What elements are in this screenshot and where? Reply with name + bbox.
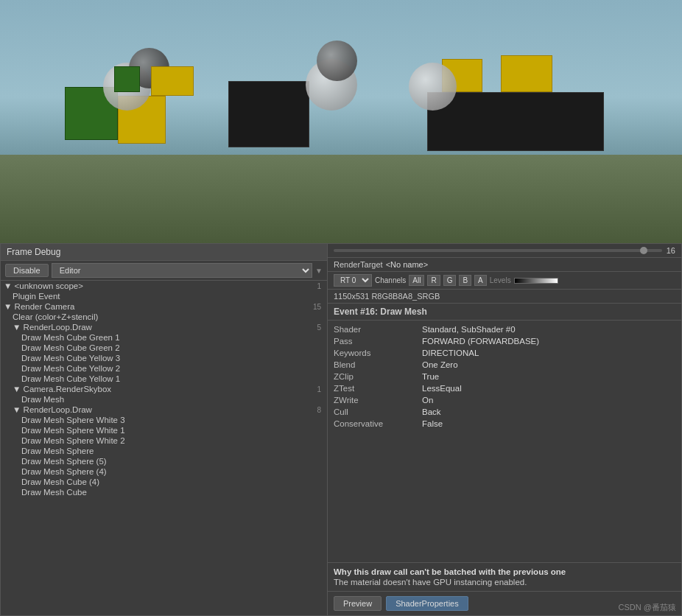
tree-panel[interactable]: ▼ <unknown scope>1 Plugin Event▼ Render …	[1, 281, 327, 615]
prop-key: Shader	[334, 325, 422, 334]
tree-label-draw-cube-green-1: Draw Mesh Cube Green 1	[21, 333, 120, 342]
tree-count-renderloop-draw-2: 8	[317, 406, 324, 414]
prop-key: Conservative	[334, 419, 422, 428]
tree-row-draw-cube-yellow-2[interactable]: Draw Mesh Cube Yellow 2	[1, 363, 327, 374]
prop-val: True	[422, 372, 439, 381]
tree-row-clear[interactable]: Clear (color+Z+stencil)	[1, 312, 327, 322]
cube-green-small	[114, 66, 140, 92]
levels-bar	[514, 278, 558, 284]
event-title-text: Event #16: Draw Mesh	[334, 307, 427, 317]
prop-val: Back	[422, 407, 441, 416]
prop-row-shader: ShaderStandard, SubShader #0	[328, 323, 681, 335]
prop-row-zwrite: ZWriteOn	[328, 394, 681, 406]
tree-label-plugin-event: Plugin Event	[13, 292, 60, 301]
tree-row-draw-mesh-skybox[interactable]: Draw Mesh	[1, 394, 327, 405]
slider-value: 16	[667, 246, 675, 255]
tree-label-draw-cube-4: Draw Mesh Cube (4)	[21, 477, 99, 486]
prop-row-pass: PassFORWARD (FORWARDBASE)	[328, 335, 681, 347]
tree-row-draw-cube-green-1[interactable]: Draw Mesh Cube Green 1	[1, 332, 327, 343]
tree-row-draw-cube-4[interactable]: Draw Mesh Cube (4)	[1, 477, 327, 487]
tree-count-render-camera: 15	[313, 303, 324, 311]
tree-row-renderloop-draw-1[interactable]: ▼ RenderLoop.Draw5	[1, 322, 327, 332]
tree-row-plugin-event[interactable]: Plugin Event	[1, 291, 327, 301]
tree-label-draw-sphere-white-3: Draw Mesh Sphere White 3	[21, 416, 125, 424]
tree-label-draw-mesh-skybox: Draw Mesh	[21, 395, 64, 404]
prop-row-cull: CullBack	[328, 406, 681, 418]
prop-val: DIRECTIONAL	[422, 349, 479, 357]
frame-slider[interactable]	[334, 249, 662, 252]
viewport-3d	[0, 0, 682, 243]
cube-black-center	[228, 81, 309, 147]
channel-r-btn[interactable]: R	[427, 275, 440, 286]
channels-label: Channels	[375, 276, 406, 284]
tree-count-camera-renderskybox: 1	[317, 385, 324, 393]
prop-val: LessEqual	[422, 384, 462, 393]
tree-row-draw-sphere[interactable]: Draw Mesh Sphere	[1, 446, 327, 456]
tree-row-draw-sphere-white-3[interactable]: Draw Mesh Sphere White 3	[1, 415, 327, 425]
tree-label-draw-cube-yellow-1: Draw Mesh Cube Yellow 1	[21, 374, 120, 383]
tree-label-clear: Clear (color+Z+stencil)	[13, 312, 98, 321]
channel-all-btn[interactable]: All	[409, 275, 424, 286]
prop-key: Keywords	[334, 349, 422, 357]
frame-debug-toolbar: Disable Editor ▼	[1, 261, 327, 281]
event-title-bar: Event #16: Draw Mesh	[328, 304, 681, 321]
disable-button[interactable]: Disable	[5, 264, 49, 277]
tree-row-draw-sphere-white-1[interactable]: Draw Mesh Sphere White 1	[1, 425, 327, 435]
tree-label-draw-cube-yellow-3: Draw Mesh Cube Yellow 3	[21, 354, 120, 363]
editor-select[interactable]: Editor	[52, 263, 312, 278]
slider-thumb[interactable]	[640, 247, 647, 254]
rendertarget-label: RenderTarget	[334, 260, 383, 269]
rendertarget-name: <No name>	[386, 260, 675, 269]
tree-row-draw-cube-green-2[interactable]: Draw Mesh Cube Green 2	[1, 343, 327, 353]
prop-val: Standard, SubShader #0	[422, 325, 516, 334]
frame-debug-header: Frame Debug	[1, 244, 327, 261]
tree-label-draw-sphere-white-1: Draw Mesh Sphere White 1	[21, 426, 125, 435]
watermark: CSDN @番茄猿	[619, 602, 676, 613]
tree-row-draw-cube-yellow-3[interactable]: Draw Mesh Cube Yellow 3	[1, 353, 327, 363]
cube-yellow-far-right	[501, 55, 552, 92]
right-top-bar: 16	[328, 244, 681, 258]
tree-row-draw-cube-yellow-1[interactable]: Draw Mesh Cube Yellow 1	[1, 374, 327, 384]
watermark-text: CSDN @番茄猿	[619, 603, 676, 612]
format-bar: 1150x531 R8G8B8A8_SRGB	[328, 290, 681, 304]
channel-b-btn[interactable]: B	[459, 275, 471, 286]
prop-key: ZWrite	[334, 396, 422, 405]
channel-a-btn[interactable]: A	[474, 275, 487, 286]
tree-count-renderloop-draw-1: 5	[317, 323, 324, 332]
right-panel: 16 RenderTarget <No name> RT 0 Channels …	[328, 243, 682, 616]
frame-debug-panel: Frame Debug Disable Editor ▼ ▼ <unknown …	[0, 243, 328, 616]
cube-yellow-top	[151, 66, 194, 96]
tree-row-camera-renderskybox[interactable]: ▼ Camera.RenderSkybox1	[1, 384, 327, 394]
tree-label-render-camera: ▼ Render Camera	[4, 302, 74, 311]
tree-label-draw-cube: Draw Mesh Cube	[21, 488, 87, 497]
tree-label-draw-cube-yellow-2: Draw Mesh Cube Yellow 2	[21, 364, 120, 373]
shader-properties-button[interactable]: ShaderProperties	[386, 596, 468, 611]
rt-select[interactable]: RT 0	[334, 274, 372, 287]
prop-key: ZClip	[334, 372, 422, 381]
channel-g-btn[interactable]: G	[443, 275, 457, 286]
tree-row-render-camera[interactable]: ▼ Render Camera15	[1, 301, 327, 312]
prop-row-keywords: KeywordsDIRECTIONAL	[328, 347, 681, 359]
tree-label-draw-sphere-4: Draw Mesh Sphere (4)	[21, 467, 107, 476]
tree-label-camera-renderskybox: ▼ Camera.RenderSkybox	[13, 385, 111, 393]
tree-label-draw-sphere: Draw Mesh Sphere	[21, 447, 94, 455]
prop-key: Blend	[334, 360, 422, 369]
channel-bar: RT 0 Channels All R G B A Levels	[328, 272, 681, 290]
prop-key: ZTest	[334, 384, 422, 393]
sphere-dark-center	[317, 41, 357, 81]
preview-button[interactable]: Preview	[334, 596, 382, 611]
tree-row-unknown-scope[interactable]: ▼ <unknown scope>1	[1, 281, 327, 291]
prop-key: Cull	[334, 407, 422, 416]
prop-row-ztest: ZTestLessEqual	[328, 382, 681, 394]
tree-row-draw-cube[interactable]: Draw Mesh Cube	[1, 487, 327, 497]
tree-row-draw-sphere-4[interactable]: Draw Mesh Sphere (4)	[1, 466, 327, 477]
tree-row-draw-sphere-white-2[interactable]: Draw Mesh Sphere White 2	[1, 435, 327, 446]
tree-label-draw-sphere-white-2: Draw Mesh Sphere White 2	[21, 436, 125, 445]
tree-row-draw-sphere-5[interactable]: Draw Mesh Sphere (5)	[1, 456, 327, 466]
tree-label-renderloop-draw-2: ▼ RenderLoop.Draw	[13, 405, 92, 414]
tree-label-draw-cube-green-2: Draw Mesh Cube Green 2	[21, 343, 120, 352]
batch-warning-text: The material doesn't have GPU instancing…	[334, 578, 675, 587]
tree-row-renderloop-draw-2[interactable]: ▼ RenderLoop.Draw8	[1, 405, 327, 415]
batch-warning: Why this draw call can't be batched with…	[328, 562, 681, 591]
tree-label-unknown-scope: ▼ <unknown scope>	[4, 281, 83, 290]
